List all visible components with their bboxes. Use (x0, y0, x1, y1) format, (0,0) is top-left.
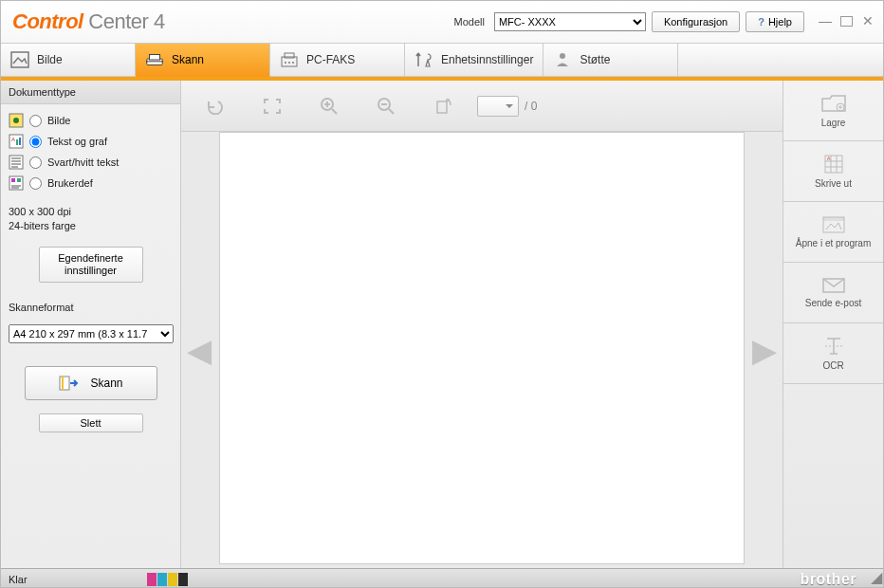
window-buttons: — ✕ (818, 14, 875, 29)
preview-area: ◀ ▶ (181, 132, 783, 568)
tab-device-settings[interactable]: Enhetsinnstillinger (405, 44, 543, 77)
bw-text-icon (9, 155, 24, 170)
svg-point-8 (292, 62, 294, 64)
help-button[interactable]: ? Hjelp (746, 11, 804, 32)
svg-rect-26 (60, 377, 69, 390)
svg-text:A: A (11, 137, 15, 142)
model-select[interactable]: MFC- XXXX (494, 12, 646, 31)
fax-icon (280, 51, 299, 68)
scan-format-header: Skanneformat (1, 292, 180, 319)
next-page-button[interactable]: ▶ (752, 331, 777, 369)
svg-line-33 (389, 109, 394, 114)
app-logo: Control Center 4 (12, 9, 165, 34)
zoom-out-button[interactable] (359, 87, 413, 125)
undo-button[interactable] (189, 87, 242, 125)
scan-format-group: A4 210 x 297 mm (8.3 x 11.7 (1, 319, 180, 349)
open-app-icon (821, 215, 846, 234)
ink-levels[interactable] (147, 573, 188, 586)
action-bar: Lagre A Skrive ut Åpne i et program Send… (783, 81, 883, 568)
doc-type-group: Bilde A Tekst og graf Svart/hvitt tekst … (1, 104, 180, 201)
scan-settings-info: 300 x 300 dpi 24-biters farge (1, 201, 180, 233)
titlebar-right: Modell MFC- XXXX Konfigurasjon ? Hjelp —… (454, 11, 876, 32)
scan-format-select[interactable]: A4 210 x 297 mm (8.3 x 11.7 (9, 324, 174, 343)
logo-part2: Center (83, 9, 149, 33)
tab-scan[interactable]: Skann (136, 44, 270, 77)
logo-part1: Control (12, 9, 83, 33)
print-grid-icon: A (822, 154, 845, 175)
svg-point-11 (13, 118, 19, 123)
custom-settings-button[interactable]: Egendefinerte innstillinger (39, 247, 143, 283)
tabs-filler (678, 44, 883, 77)
svg-rect-44 (823, 217, 844, 221)
svg-point-6 (285, 62, 286, 64)
prev-page-button[interactable]: ◀ (187, 331, 212, 369)
svg-rect-22 (11, 178, 15, 182)
scan-action-icon (58, 374, 79, 393)
doc-type-header: Dokumenttype (1, 81, 180, 104)
rotate-button[interactable] (416, 87, 470, 125)
picture-icon (10, 51, 29, 68)
svg-rect-35 (437, 101, 447, 113)
main-tabs: Bilde Skann PC-FAKS Enhetsinnstillinger … (1, 43, 883, 77)
zoom-in-button[interactable] (303, 87, 356, 125)
tab-image[interactable]: Bilde (1, 44, 136, 77)
dpi-value: 300 x 300 dpi (9, 205, 173, 219)
page-total: / 0 (525, 100, 537, 113)
doc-type-userdef[interactable]: Brukerdef (9, 173, 173, 193)
page-indicator: / 0 (477, 96, 537, 117)
preview-canvas (219, 132, 745, 564)
ink-black-icon (178, 573, 188, 586)
folder-save-icon (820, 93, 847, 114)
color-value: 24-biters farge (9, 219, 173, 233)
minimize-button[interactable]: — (818, 14, 833, 29)
print-action[interactable]: A Skrive ut (783, 141, 883, 202)
svg-rect-2 (150, 55, 160, 60)
open-program-action[interactable]: Åpne i et program (783, 202, 883, 263)
help-icon: ? (758, 16, 764, 28)
email-action[interactable]: Sende e-post (783, 263, 883, 323)
svg-rect-23 (17, 178, 21, 182)
doc-type-bw-text[interactable]: Svart/hvitt tekst (9, 152, 173, 173)
page-dropdown[interactable] (477, 96, 519, 117)
save-action[interactable]: Lagre (783, 81, 883, 141)
delete-button[interactable]: Slett (39, 413, 143, 432)
scan-button[interactable]: Skann (25, 366, 157, 400)
main-area: Dokumenttype Bilde A Tekst og graf Svart… (1, 81, 883, 568)
maximize-button[interactable] (840, 16, 853, 27)
ink-cyan-icon (157, 573, 167, 586)
svg-text:A: A (827, 156, 831, 161)
tab-pcfax[interactable]: PC-FAKS (270, 44, 405, 77)
person-icon (553, 51, 572, 68)
svg-point-9 (560, 53, 565, 59)
close-button[interactable]: ✕ (860, 14, 875, 29)
envelope-icon (821, 277, 846, 294)
svg-rect-14 (16, 139, 18, 145)
center-area: / 0 ◀ ▶ (181, 81, 783, 568)
ocr-action[interactable]: OCR (783, 323, 883, 384)
scanner-icon (145, 51, 164, 68)
preview-toolbar: / 0 (181, 81, 783, 132)
tab-support[interactable]: Støtte (543, 44, 678, 77)
doc-type-image[interactable]: Bilde (9, 110, 173, 131)
ink-yellow-icon (168, 573, 177, 586)
text-graph-icon: A (9, 134, 24, 149)
resize-grip[interactable]: ◢ (871, 568, 882, 586)
status-bar: Klar brother ◢ (1, 568, 883, 588)
doc-type-text-graph[interactable]: A Tekst og graf (9, 131, 173, 152)
config-button[interactable]: Konfigurasjon (652, 11, 740, 32)
titlebar: Control Center 4 Modell MFC- XXXX Konfig… (1, 1, 883, 43)
svg-line-29 (332, 109, 337, 114)
ink-magenta-icon (147, 573, 157, 586)
logo-part3: 4 (148, 9, 164, 33)
photo-icon (9, 113, 24, 128)
model-label: Modell (454, 16, 485, 28)
ocr-icon (823, 336, 844, 357)
svg-rect-27 (62, 377, 64, 390)
status-text: Klar (1, 574, 143, 585)
svg-point-7 (288, 62, 290, 64)
fit-screen-button[interactable] (246, 87, 299, 125)
sidebar: Dokumenttype Bilde A Tekst og graf Svart… (1, 81, 181, 568)
tools-icon (414, 51, 433, 68)
userdef-icon (9, 175, 24, 191)
svg-rect-15 (19, 138, 21, 145)
